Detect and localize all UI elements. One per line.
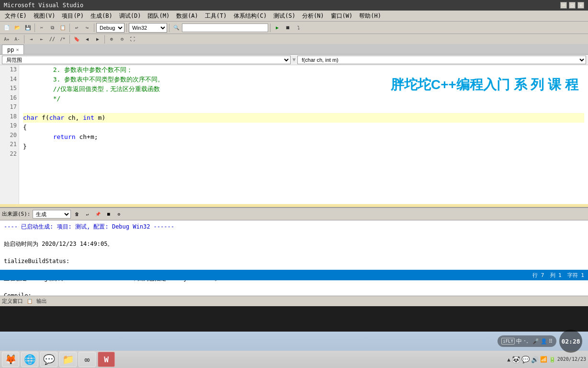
output-source-select[interactable]: 生成: [33, 210, 71, 218]
tab-close-btn[interactable]: ✕: [16, 47, 19, 52]
output-wrap-btn[interactable]: ↵: [83, 210, 92, 218]
bottom-tab-defwindow[interactable]: 定义窗口: [2, 298, 23, 305]
minimize-btn[interactable]: ─: [560, 2, 567, 9]
ifly-btn[interactable]: iFLY 中 ·。 🎤 👤 ⠿: [498, 335, 556, 347]
bookmark-btn[interactable]: 🔖: [72, 34, 81, 44]
menu-team[interactable]: 团队(M): [145, 11, 172, 21]
tab-bar: pp ✕: [0, 44, 588, 55]
scope-arrow: ▼: [293, 57, 296, 63]
title-bar: Microsoft Visual Studio ─ □ ✕: [0, 0, 588, 11]
code-line-15: //仅靠返回值类型，无法区分重载函数: [23, 84, 584, 94]
output-line-1: ---- 已启动生成: 项目: 测试, 配置: Debug Win32 ----…: [4, 222, 584, 231]
zoom-in-btn[interactable]: ⊕: [107, 34, 116, 44]
tray-network-icon[interactable]: 📶: [540, 356, 547, 363]
toolbar-sep2: [69, 23, 70, 32]
bottom-tab-icon: 📋: [27, 299, 33, 304]
indent-btn[interactable]: ⇥: [26, 34, 36, 44]
line-numbers: 13 14 15 16 17 18 19 20 21 22: [0, 65, 19, 204]
editor-tab-pp[interactable]: pp ✕: [2, 45, 24, 54]
nav-back-btn[interactable]: ◀: [82, 34, 92, 44]
output-options-btn[interactable]: ⚙: [115, 210, 124, 218]
new-btn[interactable]: 📄: [2, 23, 11, 33]
format-btn2[interactable]: A-: [12, 34, 22, 44]
taskbar-app-wps[interactable]: W: [98, 352, 115, 367]
tray-chat-icon[interactable]: 💬: [521, 356, 530, 363]
output-content: ---- 已启动生成: 项目: 测试, 配置: Debug Win32 ----…: [0, 220, 588, 296]
tray-panda-icon[interactable]: 🐼: [512, 356, 520, 363]
clock-display[interactable]: 02:28: [559, 330, 582, 353]
debug-stop-btn[interactable]: ⏹: [283, 23, 293, 33]
menu-tools[interactable]: 工具(T): [202, 11, 230, 21]
code-line-18: char f(char ch, int m): [23, 113, 584, 123]
undo-btn[interactable]: ↩: [72, 23, 81, 33]
save-btn[interactable]: 💾: [23, 23, 33, 33]
title-bar-text: Microsoft Visual Studio: [4, 2, 83, 9]
taskbar-app-wechat[interactable]: 💬: [40, 352, 57, 367]
menu-test[interactable]: 测试(S): [271, 11, 298, 21]
output-line-3: tializeBuildStatus:: [4, 257, 584, 265]
platform-select[interactable]: Win32: [129, 23, 167, 33]
line-num-22: 22: [2, 150, 17, 159]
function-select[interactable]: f(char ch, int m): [297, 56, 586, 64]
taskbar-app-firefox[interactable]: 🦊: [2, 352, 19, 367]
code-line-22: [23, 151, 584, 161]
secondary-toolbar: A+ A- ⇥ ⇤ // /* 🔖 ◀ ▶ ⊕ ⊖ ⛶: [0, 34, 588, 44]
open-btn[interactable]: 📂: [12, 23, 22, 33]
menu-window[interactable]: 窗口(W): [328, 11, 356, 21]
tray-datetime[interactable]: 2020/12/23: [557, 356, 586, 362]
debug-step-btn[interactable]: ⤵: [294, 23, 303, 33]
tray-volume-icon[interactable]: 🔊: [531, 356, 539, 363]
search-input[interactable]: [182, 23, 268, 32]
bottom-tab-output[interactable]: 输出: [36, 298, 47, 305]
nav-fwd-btn[interactable]: ▶: [93, 34, 102, 44]
copy-btn[interactable]: ⧉: [47, 23, 57, 33]
comment-btn[interactable]: //: [47, 34, 57, 44]
debug-start-btn[interactable]: ▶: [272, 23, 282, 33]
redo-btn[interactable]: ↪: [82, 23, 92, 33]
search-btn[interactable]: 🔍: [171, 23, 181, 33]
cut-btn[interactable]: ✂: [37, 23, 46, 33]
taskbar-app-infinity[interactable]: ∞: [79, 352, 96, 367]
menu-debug[interactable]: 调试(D): [116, 11, 144, 21]
output-toolbar: 出来源(S): 生成 🗑 ↵ 📌 ⏹ ⚙: [0, 208, 588, 220]
close-btn[interactable]: ✕: [577, 2, 584, 9]
code-editor[interactable]: 2. 参数表中参数个数不同； 3. 参数表中不同类型参数的次序不同。 //仅靠返…: [19, 65, 588, 204]
menu-data[interactable]: 数据(A): [173, 11, 201, 21]
menu-build[interactable]: 生成(B): [88, 11, 115, 21]
taskbar-app-chrome[interactable]: 🌐: [21, 352, 38, 367]
clock-time: 02:28: [561, 338, 580, 345]
output-pin-btn[interactable]: 📌: [94, 210, 102, 218]
tray-battery-icon[interactable]: 🔋: [549, 356, 556, 363]
debug-mode-select[interactable]: Debug: [96, 23, 124, 33]
output-clear-btn[interactable]: 🗑: [73, 210, 81, 218]
output-line-5: Compile:: [4, 291, 584, 296]
ifly-label: 中: [516, 337, 522, 345]
ifly-icon: iFLY: [501, 338, 515, 345]
ifly-user-icon: 👤: [541, 338, 547, 345]
scope-select[interactable]: 局范围: [2, 56, 291, 64]
paste-btn[interactable]: 📋: [58, 23, 68, 33]
tray-expand-btn[interactable]: ▲: [507, 356, 510, 363]
taskbar-bottom-row: 🦊 🌐 💬 📁 ∞ W ▲ 🐼 💬 🔊 📶 🔋 2020/12/23: [0, 351, 588, 368]
format-btn1[interactable]: A+: [2, 34, 11, 44]
line-num-15: 15: [2, 84, 17, 93]
fullscreen-btn[interactable]: ⛶: [128, 34, 137, 44]
menu-analyze[interactable]: 分析(N): [299, 11, 327, 21]
taskbar-app-files[interactable]: 📁: [59, 352, 77, 367]
outdent-btn[interactable]: ⇤: [37, 34, 46, 44]
code-line-20: return ch+m;: [23, 132, 584, 142]
tray-date: 2020/12/23: [557, 356, 586, 362]
menu-file[interactable]: 文件(E): [2, 11, 30, 21]
taskbar: iFLY 中 ·。 🎤 👤 ⠿ 02:28 🦊 🌐 💬 📁 ∞ W ▲ 🐼 💬 …: [0, 332, 588, 368]
output-stop-btn[interactable]: ⏹: [104, 210, 113, 218]
menu-project[interactable]: 项目(P): [59, 11, 87, 21]
uncomment-btn[interactable]: /*: [58, 34, 68, 44]
zoom-out-btn[interactable]: ⊖: [117, 34, 127, 44]
tab-label: pp: [7, 46, 14, 53]
menu-view[interactable]: 视图(V): [31, 11, 58, 21]
menu-help[interactable]: 帮助(H): [356, 11, 384, 21]
menu-arch[interactable]: 体系结构(C): [231, 11, 270, 21]
maximize-btn[interactable]: □: [569, 2, 576, 9]
code-line-21: }: [23, 142, 584, 151]
output-panel: 出来源(S): 生成 🗑 ↵ 📌 ⏹ ⚙ ---- 已启动生成: 项目: 测试,…: [0, 207, 588, 296]
